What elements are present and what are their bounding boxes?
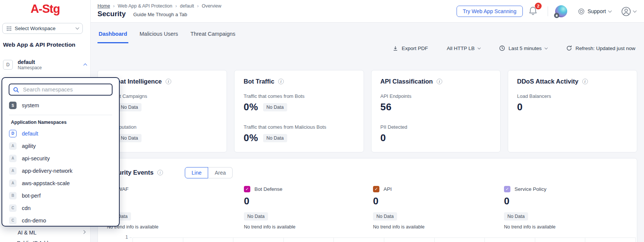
- refresh-icon: [566, 45, 572, 51]
- info-icon[interactable]: [582, 79, 588, 84]
- y-axis-tick: 1: [123, 234, 128, 240]
- metric-label: API Endpoints: [381, 93, 491, 99]
- time-range-dropdown[interactable]: Last 5 minutes: [499, 45, 547, 51]
- chevron-down-icon: [76, 26, 79, 30]
- refresh-button[interactable]: Refresh: Updated just now: [566, 45, 635, 51]
- sidebar-item-ai-ml[interactable]: AI & ML: [0, 227, 90, 238]
- namespace-search-input[interactable]: [22, 86, 108, 93]
- sidebar-item-label: AI & ML: [18, 230, 37, 236]
- support-menu[interactable]: Support: [578, 8, 611, 15]
- dropdown-item-cdn[interactable]: C cdn: [2, 202, 119, 214]
- try-web-app-scanning-button[interactable]: Try Web App Scanning: [457, 6, 523, 17]
- lb-filter-dropdown[interactable]: All HTTP LB: [447, 46, 480, 51]
- legend-item-waf: WAF 0 No Data No trend info is available: [107, 186, 244, 230]
- namespace-initial-badge: A: [9, 167, 17, 175]
- metric-cards-row: Threat Intelligence Threat Campaigns 0No…: [97, 70, 637, 152]
- sidebar-item-public-ip[interactable]: Public IP Addresses: [0, 238, 90, 242]
- divider: [548, 6, 548, 16]
- breadcrumb-separator: [113, 3, 114, 9]
- breadcrumb: Home Web App & API Protection default Ov…: [97, 3, 221, 9]
- divider: [9, 115, 112, 115]
- metric-value: 0%: [244, 132, 258, 144]
- breadcrumb-item: Overview: [202, 3, 221, 9]
- brand-logo: A-Stg: [0, 2, 90, 16]
- dropdown-item-api-security[interactable]: A api-security: [2, 152, 119, 164]
- security-events-legend: WAF 0 No Data No trend info is available…: [98, 186, 637, 230]
- tenant-avatar[interactable]: [555, 5, 567, 17]
- tab-bar: Dashboard Malicious Users Threat Campaig…: [97, 23, 236, 43]
- legend-trend-text: No trend info is available: [373, 224, 504, 230]
- security-events-chart: 1: [98, 230, 636, 242]
- breadcrumb-item[interactable]: default: [180, 3, 194, 9]
- namespace-dropdown: S system Application Namespaces D defaul…: [2, 77, 120, 227]
- dropdown-item-label: cdn-demo: [22, 218, 46, 224]
- legend-value: 0: [244, 195, 373, 207]
- notifications-button[interactable]: 2: [527, 5, 540, 18]
- legend-item-api: API 0 No Data No trend info is available: [373, 186, 504, 230]
- tab-threat-campaigns[interactable]: Threat Campaigns: [189, 23, 236, 43]
- metric-label: Load Balancers: [517, 93, 628, 99]
- legend-checkbox[interactable]: [244, 186, 250, 192]
- support-label: Support: [588, 8, 606, 14]
- legend-checkbox[interactable]: [504, 186, 510, 192]
- card-bot-traffic: Bot Traffic Traffic that comes from Bots…: [234, 70, 364, 152]
- breadcrumb-item[interactable]: Web App & API Protection: [118, 3, 172, 9]
- security-events-card: Security Events Line Area WAF 0 No Data …: [97, 158, 637, 242]
- breadcrumb-separator: [197, 3, 199, 9]
- search-icon: [13, 87, 19, 93]
- legend-trend-text: No trend info is available: [244, 224, 373, 230]
- tab-malicious-users[interactable]: Malicious Users: [139, 23, 179, 43]
- metric-value: 0: [517, 101, 523, 113]
- no-data-badge: No Data: [117, 103, 142, 111]
- dropdown-item-default[interactable]: D default: [2, 127, 119, 140]
- legend-value: 0: [373, 195, 504, 207]
- legend-checkbox[interactable]: [373, 186, 379, 192]
- no-data-badge: No Data: [373, 212, 397, 221]
- export-pdf-button[interactable]: Export PDF: [393, 46, 428, 51]
- sidebar-section-title: Web App & API Protection: [3, 41, 75, 48]
- namespace-initial-badge: D: [9, 130, 17, 137]
- dropdown-item-aws-appstack-scale[interactable]: A aws-appstack-scale: [2, 177, 119, 189]
- dropdown-group-header: Application Namespaces: [2, 119, 119, 127]
- y-axis-tick-mark: [129, 237, 132, 238]
- dropdown-item-agility[interactable]: A agility: [2, 140, 119, 152]
- dropdown-item-app-delivery-network[interactable]: A app-delivery-network: [2, 164, 119, 177]
- guide-me-link[interactable]: Guide Me Through a Tab: [133, 12, 187, 17]
- info-icon[interactable]: [437, 79, 442, 84]
- toggle-line-button[interactable]: Line: [185, 167, 208, 178]
- breadcrumb-home-link[interactable]: Home: [97, 3, 110, 9]
- sidebar-item-label: Public IP Addresses: [17, 240, 64, 242]
- dropdown-item-cdn-demo[interactable]: C cdn-demo: [2, 214, 119, 227]
- info-icon[interactable]: [166, 79, 171, 84]
- dropdown-item-label: aws-appstack-scale: [22, 180, 70, 186]
- namespace-initial-badge: A: [9, 155, 17, 162]
- toggle-area-button[interactable]: Area: [208, 167, 233, 178]
- namespace-search[interactable]: [9, 84, 113, 96]
- chart-type-toggle: Line Area: [185, 167, 233, 178]
- metric-value: 0: [381, 132, 386, 144]
- legend-item-service-policy: Service Policy 0 No Data No trend info i…: [504, 186, 628, 230]
- chart-plot-area: [132, 237, 636, 242]
- account-menu[interactable]: [621, 6, 636, 17]
- legend-label: API: [384, 186, 392, 192]
- metric-value: 56: [381, 101, 392, 113]
- dropdown-item-bot-perf[interactable]: B bot-perf: [2, 189, 119, 202]
- workspace-selector[interactable]: Select Workspace: [2, 23, 83, 34]
- info-icon[interactable]: [278, 79, 284, 84]
- tab-dashboard[interactable]: Dashboard: [97, 23, 128, 43]
- no-data-badge: No Data: [263, 103, 287, 111]
- metric-label: Traffic that comes from Bots: [244, 93, 354, 99]
- dropdown-item-label: system: [22, 102, 39, 108]
- dashboard-toolbar: Export PDF All HTTP LB Last 5 minutes Re…: [393, 45, 635, 51]
- namespace-selector[interactable]: D default Namespace: [3, 56, 87, 73]
- info-icon[interactable]: [157, 170, 163, 175]
- legend-trend-text: No trend info is available: [107, 224, 244, 230]
- top-header: Home Web App & API Protection default Ov…: [91, 0, 644, 23]
- dropdown-item-label: app-delivery-network: [22, 168, 73, 174]
- dropdown-item-system[interactable]: S system: [2, 99, 119, 111]
- dropdown-item-label: bot-perf: [22, 193, 41, 199]
- chevron-up-icon: [84, 64, 87, 67]
- namespace-initial-badge: S: [9, 102, 17, 109]
- legend-label: Bot Defense: [254, 186, 282, 192]
- legend-value: 0: [107, 195, 244, 207]
